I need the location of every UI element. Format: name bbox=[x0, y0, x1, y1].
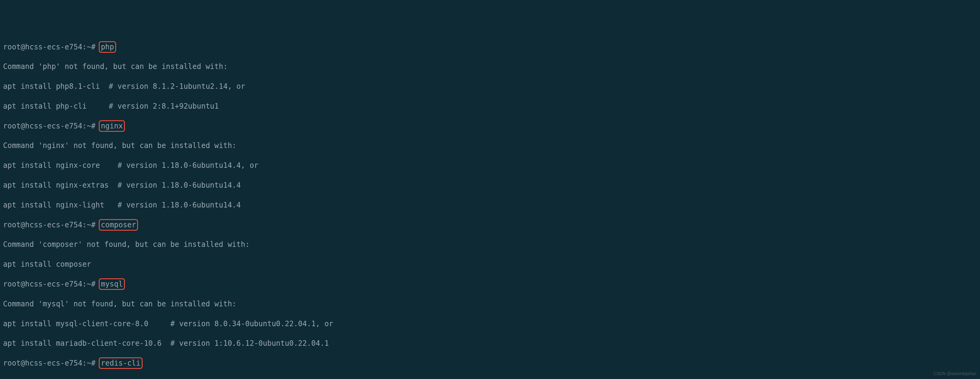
terminal-line-prompt-redis: root@hcss-ecs-e754:~# redis-cli bbox=[3, 358, 977, 368]
terminal-output-line: apt install nginx-core # version 1.18.0-… bbox=[3, 160, 977, 170]
terminal-output-line: Command 'mysql' not found, but can be in… bbox=[3, 299, 977, 309]
prompt-text: root@hcss-ecs-e754:~# bbox=[3, 280, 100, 288]
terminal-output-line: apt install php-cli # version 2:8.1+92ub… bbox=[3, 101, 977, 111]
terminal-output-line: apt install nginx-extras # version 1.18.… bbox=[3, 180, 977, 190]
terminal-line-prompt-composer: root@hcss-ecs-e754:~# composer bbox=[3, 220, 977, 230]
prompt-text: root@hcss-ecs-e754:~# bbox=[3, 221, 100, 229]
prompt-text: root@hcss-ecs-e754:~# bbox=[3, 359, 100, 368]
terminal-output-line: apt install mysql-client-core-8.0 # vers… bbox=[3, 319, 977, 329]
terminal-output-line: apt install mariadb-client-core-10.6 # v… bbox=[3, 338, 977, 348]
prompt-text: root@hcss-ecs-e754:~# bbox=[3, 43, 100, 51]
command-highlight-php: php bbox=[99, 41, 116, 53]
terminal-output-line: apt install php8.1-cli # version 8.1.2-1… bbox=[3, 82, 977, 91]
terminal-line-prompt-nginx: root@hcss-ecs-e754:~# nginx bbox=[3, 121, 977, 131]
command-highlight-redis: redis-cli bbox=[99, 357, 143, 369]
terminal-line-prompt-mysql: root@hcss-ecs-e754:~# mysql bbox=[3, 279, 977, 289]
terminal-line-prompt-php: root@hcss-ecs-e754:~# php bbox=[3, 42, 977, 52]
terminal-output-line: Command 'composer' not found, but can be… bbox=[3, 240, 977, 249]
terminal-output-line: apt install composer bbox=[3, 259, 977, 269]
command-highlight-nginx: nginx bbox=[99, 120, 125, 132]
terminal-output-line: Command 'nginx' not found, but can be in… bbox=[3, 141, 977, 150]
terminal-output-line: apt install nginx-light # version 1.18.0… bbox=[3, 200, 977, 210]
prompt-text: root@hcss-ecs-e754:~# bbox=[3, 122, 100, 130]
command-highlight-mysql: mysql bbox=[99, 278, 125, 290]
command-highlight-composer: composer bbox=[99, 219, 138, 231]
watermark-text: CSDN @wanmeijuhao bbox=[934, 371, 976, 377]
terminal-output-line: Command 'php' not found, but can be inst… bbox=[3, 62, 977, 71]
